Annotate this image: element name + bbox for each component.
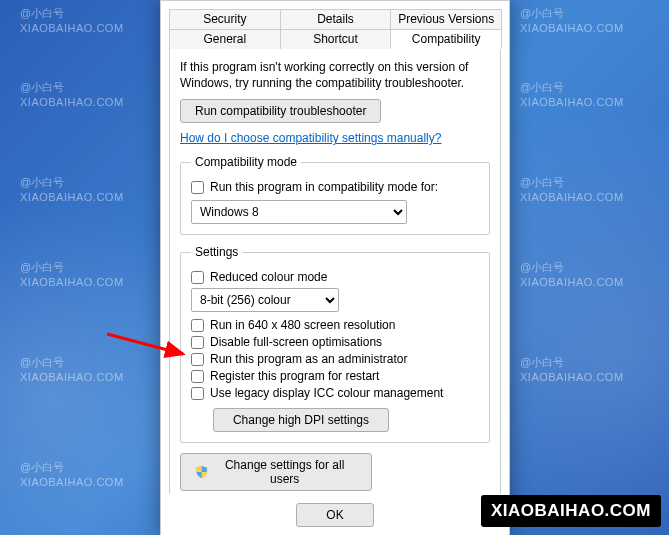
tabs: Security Details Previous Versions Gener… — [169, 9, 501, 49]
shield-icon — [195, 465, 208, 479]
wm-en: XIAOBAIHAO.COM — [20, 96, 124, 108]
tab-content-compatibility: If this program isn't working correctly … — [169, 48, 501, 526]
tab-previous-versions[interactable]: Previous Versions — [390, 9, 502, 29]
run-640-checkbox[interactable] — [191, 319, 204, 332]
settings-legend: Settings — [191, 245, 242, 259]
logo-en-text: XIAOBAIHAO.COM — [481, 495, 661, 527]
compatibility-mode-group: Compatibility mode Run this program in c… — [180, 155, 490, 235]
logo-cn-text: 小白号 — [407, 496, 473, 526]
run-as-admin-checkbox[interactable] — [191, 353, 204, 366]
register-restart-label: Register this program for restart — [210, 369, 379, 383]
disable-fullscreen-checkbox[interactable] — [191, 336, 204, 349]
tab-general[interactable]: General — [169, 29, 281, 49]
change-all-users-button[interactable]: Change settings for all users — [180, 453, 372, 491]
tab-details[interactable]: Details — [280, 9, 392, 29]
wm-cn: @小白号 — [20, 81, 64, 93]
change-dpi-button[interactable]: Change high DPI settings — [213, 408, 389, 432]
brand-logo: 小白号 XIAOBAIHAO.COM — [375, 495, 661, 527]
wm-en: XIAOBAIHAO.COM — [20, 22, 124, 34]
change-all-users-label: Change settings for all users — [212, 458, 357, 486]
tab-compatibility[interactable]: Compatibility — [390, 29, 502, 49]
reduced-color-checkbox[interactable] — [191, 271, 204, 284]
tab-security[interactable]: Security — [169, 9, 281, 29]
compat-mode-legend: Compatibility mode — [191, 155, 301, 169]
wm-cn: @小白号 — [20, 7, 64, 19]
properties-dialog: Security Details Previous Versions Gener… — [160, 0, 510, 535]
color-depth-select[interactable]: 8-bit (256) colour — [191, 288, 339, 312]
reduced-color-label: Reduced colour mode — [210, 270, 327, 284]
run-as-admin-label: Run this program as an administrator — [210, 352, 407, 366]
wm-cn: @小白号 — [520, 81, 564, 93]
compat-mode-checkbox[interactable] — [191, 181, 204, 194]
disable-fullscreen-label: Disable full-screen optimisations — [210, 335, 382, 349]
wm-cn: @小白号 — [20, 176, 64, 188]
run-troubleshooter-button[interactable]: Run compatibility troubleshooter — [180, 99, 381, 123]
tab-shortcut[interactable]: Shortcut — [280, 29, 392, 49]
wm-en: XIAOBAIHAO.COM — [520, 22, 624, 34]
legacy-icc-checkbox[interactable] — [191, 387, 204, 400]
run-640-label: Run in 640 x 480 screen resolution — [210, 318, 395, 332]
settings-group: Settings Reduced colour mode 8-bit (256)… — [180, 245, 490, 443]
compat-mode-label: Run this program in compatibility mode f… — [210, 180, 438, 194]
help-link[interactable]: How do I choose compatibility settings m… — [180, 131, 441, 145]
compat-os-select[interactable]: Windows 8 — [191, 200, 407, 224]
wm-cn: @小白号 — [520, 7, 564, 19]
ok-button[interactable]: OK — [296, 503, 374, 527]
broadcast-icon — [375, 498, 401, 524]
register-restart-checkbox[interactable] — [191, 370, 204, 383]
legacy-icc-label: Use legacy display ICC colour management — [210, 386, 443, 400]
intro-text: If this program isn't working correctly … — [180, 59, 490, 91]
